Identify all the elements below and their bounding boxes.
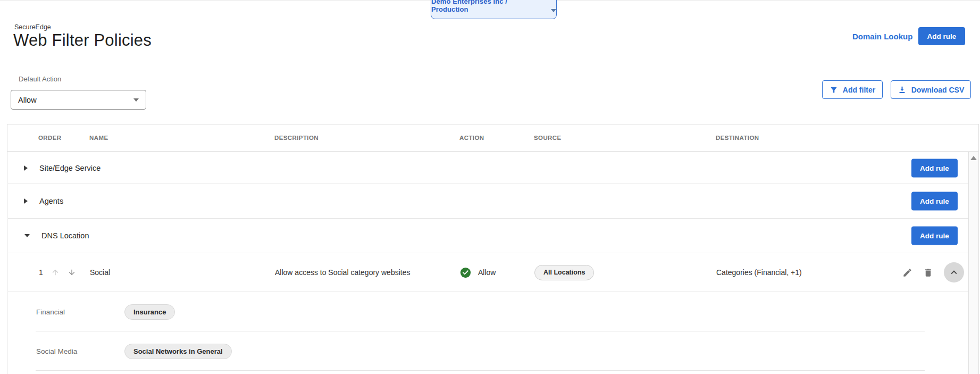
source-chip[interactable]: All Locations: [534, 265, 594, 280]
rule-actions-cell: [902, 262, 970, 282]
column-header-action: ACTION: [459, 135, 534, 141]
detail-chip-list: Social Networks in General: [124, 344, 232, 359]
rule-detail-row-social-media: Social Media Social Networks in General: [8, 331, 968, 371]
detail-chip[interactable]: Insurance: [124, 304, 175, 320]
org-selector-value: Demo Enterprises Inc / Production: [431, 0, 545, 13]
rule-order-number: 1: [39, 268, 43, 277]
brand-label: SecureEdge: [14, 23, 51, 31]
delete-rule-button[interactable]: [923, 268, 933, 278]
expanded-triangle-icon[interactable]: [24, 234, 30, 238]
download-csv-button[interactable]: Download CSV: [891, 80, 971, 99]
detail-chip-list: Insurance: [124, 304, 175, 320]
default-action-value: Allow: [18, 96, 37, 104]
edit-pencil-icon: [902, 268, 912, 278]
collapsed-triangle-icon[interactable]: [24, 198, 28, 204]
page-title: Web Filter Policies: [13, 31, 152, 50]
vertical-scrollbar[interactable]: [968, 152, 978, 374]
column-header-source: SOURCE: [534, 135, 716, 141]
default-action-label: Default Action: [19, 75, 61, 83]
add-rule-button-agents[interactable]: Add rule: [911, 192, 958, 211]
add-filter-label: Add filter: [843, 86, 875, 94]
group-row-site-edge-service[interactable]: Site/Edge Service Add rule: [8, 152, 968, 184]
add-rule-button-dns-location[interactable]: Add rule: [911, 227, 958, 245]
column-header-description: DESCRIPTION: [274, 135, 459, 141]
column-header-destination: DESTINATION: [716, 135, 902, 141]
column-header-order: ORDER: [38, 135, 89, 141]
arrow-up-icon[interactable]: [51, 268, 60, 277]
chevron-up-icon: [948, 267, 960, 278]
group-label: DNS Location: [41, 231, 89, 240]
download-icon: [898, 85, 907, 94]
add-rule-button[interactable]: Add rule: [918, 27, 965, 45]
group-label: Agents: [39, 197, 63, 205]
download-csv-label: Download CSV: [911, 86, 965, 94]
column-header-name: NAME: [89, 135, 274, 141]
group-row-dns-location[interactable]: DNS Location Add rule: [8, 219, 968, 253]
rule-action-label: Allow: [478, 268, 496, 277]
policy-table: ORDER NAME DESCRIPTION ACTION SOURCE DES…: [7, 124, 979, 374]
rule-detail-row-financial: Financial Insurance: [8, 292, 968, 331]
rule-name: Social: [90, 268, 275, 277]
add-rule-button-site-edge[interactable]: Add rule: [911, 159, 958, 177]
collapse-rule-details-button[interactable]: [944, 262, 964, 282]
collapsed-triangle-icon[interactable]: [24, 165, 28, 171]
rule-action-cell: Allow: [460, 267, 534, 278]
scroll-up-icon[interactable]: [970, 156, 977, 160]
rule-row-social[interactable]: 1 Social Allow access to Social category…: [8, 253, 968, 292]
add-filter-button[interactable]: Add filter: [822, 80, 883, 99]
detail-chip[interactable]: Social Networks in General: [124, 344, 232, 359]
group-row-agents[interactable]: Agents Add rule: [8, 184, 968, 219]
org-selector-dropdown[interactable]: Demo Enterprises Inc / Production: [431, 0, 557, 19]
caret-down-icon: [551, 9, 556, 12]
table-body: Site/Edge Service Add rule Agents Add ru…: [8, 152, 968, 374]
edit-rule-button[interactable]: [902, 268, 912, 278]
caret-down-icon: [133, 98, 139, 102]
default-action-select[interactable]: Allow: [11, 90, 146, 110]
rule-source-cell: All Locations: [534, 265, 716, 280]
rule-description: Allow access to Social category websites: [275, 268, 460, 277]
group-label: Site/Edge Service: [39, 164, 100, 172]
rule-destination: Categories (Financial, +1): [716, 268, 902, 277]
detail-category-label: Financial: [36, 308, 124, 316]
arrow-down-icon[interactable]: [68, 268, 76, 277]
rule-order-cell: 1: [39, 268, 90, 277]
detail-category-label: Social Media: [36, 347, 124, 355]
table-header-row: ORDER NAME DESCRIPTION ACTION SOURCE DES…: [7, 124, 978, 152]
check-circle-icon: [460, 267, 471, 278]
trash-icon: [923, 268, 933, 278]
filter-icon: [830, 86, 838, 94]
domain-lookup-link[interactable]: Domain Lookup: [852, 32, 912, 41]
